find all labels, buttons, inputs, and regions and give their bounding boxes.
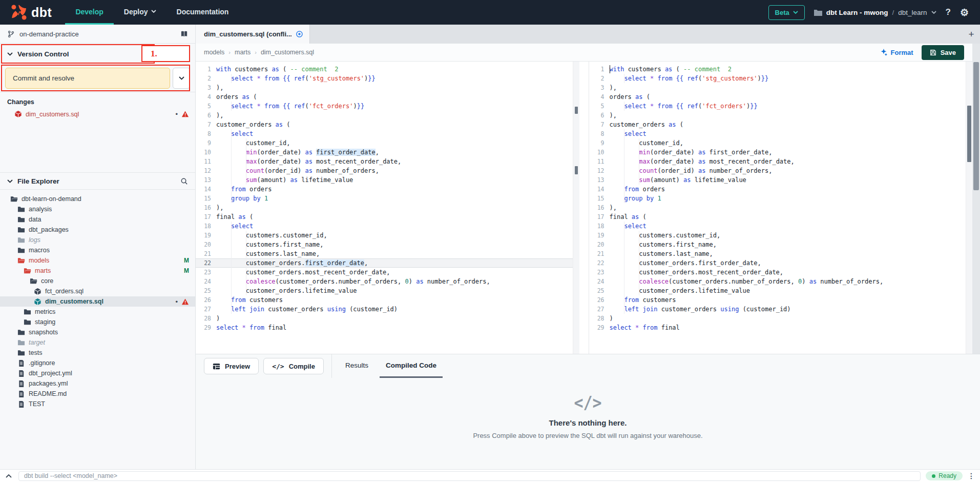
code-line-21[interactable]: 21 customers.last_name, bbox=[589, 249, 966, 258]
git-branch-selector[interactable]: on-demand-practice bbox=[0, 25, 195, 44]
code-line-11[interactable]: 11 max(order_date) as most_recent_order_… bbox=[589, 157, 966, 166]
changed-file-row[interactable]: dim_customers.sql• bbox=[0, 109, 195, 119]
code-line-7[interactable]: 7customer_orders as ( bbox=[589, 120, 966, 129]
code-line-24[interactable]: 24 coalesce(customer_orders.number_of_or… bbox=[196, 277, 573, 286]
beta-toggle[interactable]: Beta bbox=[768, 5, 805, 20]
code-line-4[interactable]: 4orders as ( bbox=[589, 92, 966, 102]
tree-item-dbt-packages[interactable]: dbt_packages bbox=[0, 225, 195, 235]
commit-options-dropdown[interactable] bbox=[173, 68, 190, 89]
help-icon[interactable]: ? bbox=[946, 7, 951, 17]
code-line-20[interactable]: 20 customers.first_name, bbox=[589, 240, 966, 249]
tree-item-readme-md[interactable]: README.md bbox=[0, 389, 195, 399]
code-line-2[interactable]: 2 select * from {{ ref('stg_customers')}… bbox=[196, 74, 573, 83]
code-line-9[interactable]: 9 customer_id, bbox=[589, 138, 966, 148]
nav-item-deploy[interactable]: Deploy bbox=[114, 0, 166, 25]
code-line-16[interactable]: 16), bbox=[196, 203, 573, 212]
kebab-menu-icon[interactable]: ⋮ bbox=[968, 472, 975, 480]
preview-button[interactable]: Preview bbox=[204, 358, 259, 374]
code-line-27[interactable]: 27 left join customer_orders using (cust… bbox=[196, 305, 573, 314]
docs-book-icon[interactable] bbox=[180, 30, 188, 38]
tree-item-dim-customers-sql[interactable]: dim_customers.sql• bbox=[0, 296, 195, 307]
code-line-5[interactable]: 5 select * from {{ ref('fct_orders')}} bbox=[589, 102, 966, 111]
code-editor-left[interactable]: 1with customers as ( -- comment 22 selec… bbox=[196, 62, 573, 354]
code-line-10[interactable]: 10 min(order_date) as first_order_date, bbox=[589, 148, 966, 157]
tree-item-fct-orders-sql[interactable]: fct_orders.sql bbox=[0, 286, 195, 296]
code-line-3[interactable]: 3), bbox=[196, 83, 573, 92]
code-line-19[interactable]: 19 customers.customer_id, bbox=[589, 231, 966, 240]
code-line-28[interactable]: 28) bbox=[196, 314, 573, 323]
code-line-16[interactable]: 16), bbox=[589, 203, 966, 212]
save-button[interactable]: Save bbox=[922, 45, 964, 60]
code-line-12[interactable]: 12 count(order_id) as number_of_orders, bbox=[589, 166, 966, 175]
code-line-21[interactable]: 21 customers.last_name, bbox=[196, 249, 573, 258]
code-line-24[interactable]: 24 coalesce(customer_orders.number_of_or… bbox=[589, 277, 966, 286]
tree-item-packages-yml[interactable]: packages.yml bbox=[0, 378, 195, 389]
file-explorer-section-header[interactable]: File Explorer bbox=[0, 172, 195, 190]
tree-item-tests[interactable]: tests bbox=[0, 348, 195, 358]
code-line-29[interactable]: 29select * from final bbox=[589, 323, 966, 332]
code-line-26[interactable]: 26 from customers bbox=[589, 295, 966, 305]
tree-item-macros[interactable]: macros bbox=[0, 245, 195, 255]
code-line-15[interactable]: 15 group by 1 bbox=[196, 194, 573, 203]
panel-tab-compiled-code[interactable]: Compiled Code bbox=[380, 354, 443, 378]
panel-scrollbar[interactable] bbox=[972, 44, 980, 354]
panel-scrollbar-thumb[interactable] bbox=[973, 62, 979, 190]
code-line-19[interactable]: 19 customers.customer_id, bbox=[196, 231, 573, 240]
left-editor-scrollbar[interactable] bbox=[573, 62, 579, 354]
code-line-8[interactable]: 8 select bbox=[589, 129, 966, 138]
code-line-26[interactable]: 26 from customers bbox=[196, 295, 573, 305]
code-editor-right[interactable]: 1with customers as ( -- comment 22 selec… bbox=[589, 62, 966, 354]
command-input[interactable]: dbt build --select <model_name> bbox=[18, 471, 921, 481]
code-line-25[interactable]: 25 customer_orders.lifetime_value bbox=[589, 286, 966, 295]
code-line-6[interactable]: 6), bbox=[589, 111, 966, 120]
tree-item-core[interactable]: core bbox=[0, 276, 195, 286]
code-line-18[interactable]: 18 select bbox=[196, 222, 573, 231]
new-tab-button[interactable]: + bbox=[963, 25, 980, 44]
tree-item-metrics[interactable]: metrics bbox=[0, 307, 195, 317]
code-line-6[interactable]: 6), bbox=[196, 111, 573, 120]
nav-item-develop[interactable]: Develop bbox=[65, 0, 113, 25]
tree-item-dbt-learn-on-demand[interactable]: dbt-learn-on-demand bbox=[0, 194, 195, 204]
nav-item-documentation[interactable]: Documentation bbox=[166, 0, 239, 25]
right-editor-scrollbar[interactable] bbox=[966, 62, 972, 354]
code-line-22[interactable]: 22 customer_orders.first_order_date, bbox=[196, 258, 573, 268]
code-line-2[interactable]: 2 select * from {{ ref('stg_customers')}… bbox=[589, 74, 966, 83]
code-line-20[interactable]: 20 customers.first_name, bbox=[196, 240, 573, 249]
code-line-18[interactable]: 18 select bbox=[589, 222, 966, 231]
code-line-15[interactable]: 15 group by 1 bbox=[589, 194, 966, 203]
tree-item-marts[interactable]: martsM bbox=[0, 266, 195, 276]
code-line-13[interactable]: 13 sum(amount) as lifetime_value bbox=[196, 175, 573, 185]
tree-item-staging[interactable]: staging bbox=[0, 317, 195, 327]
tree-item-snapshots[interactable]: snapshots bbox=[0, 327, 195, 337]
code-line-14[interactable]: 14 from orders bbox=[196, 185, 573, 194]
code-line-11[interactable]: 11 max(order_date) as most_recent_order_… bbox=[196, 157, 573, 166]
code-line-4[interactable]: 4orders as ( bbox=[196, 92, 573, 102]
tree-item-target[interactable]: target bbox=[0, 337, 195, 348]
code-line-1[interactable]: 1with customers as ( -- comment 2 bbox=[589, 65, 966, 74]
tree-item-logs[interactable]: logs bbox=[0, 235, 195, 245]
code-line-25[interactable]: 25 customer_orders.lifetime_value bbox=[196, 286, 573, 295]
code-line-17[interactable]: 17final as ( bbox=[196, 212, 573, 222]
tab-dim-customers[interactable]: dim_customers.sql (confli... bbox=[196, 25, 310, 44]
account-project-switcher[interactable]: dbt Learn - mwong / dbt_learn bbox=[814, 9, 936, 16]
code-line-3[interactable]: 3), bbox=[589, 83, 966, 92]
code-line-23[interactable]: 23 customer_orders.most_recent_order_dat… bbox=[589, 268, 966, 277]
compile-button[interactable]: </> Compile bbox=[263, 358, 324, 374]
code-line-22[interactable]: 22 customer_orders.first_order_date, bbox=[589, 258, 966, 268]
settings-gear-icon[interactable]: ⚙ bbox=[960, 7, 969, 18]
code-line-29[interactable]: 29select * from final bbox=[196, 323, 573, 332]
collapse-panel-chevron-up-icon[interactable] bbox=[4, 474, 13, 478]
code-line-13[interactable]: 13 sum(amount) as lifetime_value bbox=[589, 175, 966, 185]
tree-item-dbt-project-yml[interactable]: dbt_project.yml bbox=[0, 368, 195, 378]
code-line-10[interactable]: 10 min(order_date) as first_order_date, bbox=[196, 148, 573, 157]
panel-tab-results[interactable]: Results bbox=[339, 354, 374, 378]
search-icon[interactable] bbox=[180, 177, 188, 185]
code-line-14[interactable]: 14 from orders bbox=[589, 185, 966, 194]
code-line-1[interactable]: 1with customers as ( -- comment 2 bbox=[196, 65, 573, 74]
code-line-8[interactable]: 8 select bbox=[196, 129, 573, 138]
code-line-9[interactable]: 9 customer_id, bbox=[196, 138, 573, 148]
code-line-7[interactable]: 7customer_orders as ( bbox=[196, 120, 573, 129]
code-line-27[interactable]: 27 left join customer_orders using (cust… bbox=[589, 305, 966, 314]
code-line-12[interactable]: 12 count(order_id) as number_of_orders, bbox=[196, 166, 573, 175]
code-line-17[interactable]: 17final as ( bbox=[589, 212, 966, 222]
